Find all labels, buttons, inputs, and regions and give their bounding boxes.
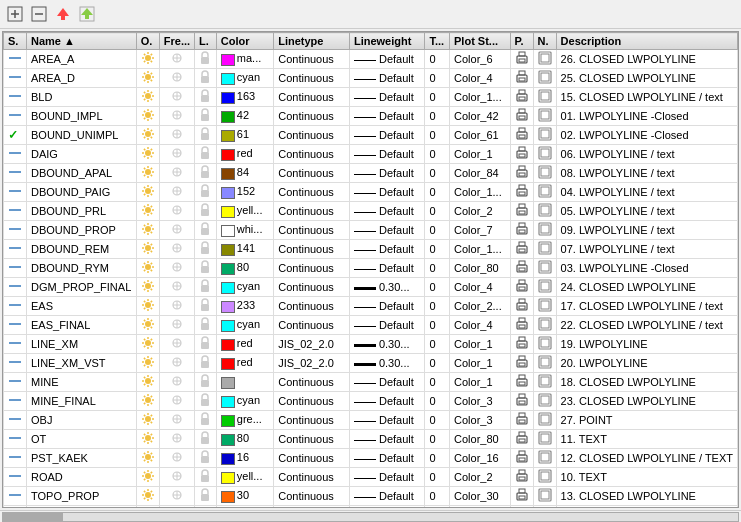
row-lineweight[interactable]: Default: [349, 107, 424, 126]
newvp-icon[interactable]: [538, 298, 552, 312]
hscroll-track[interactable]: [2, 512, 739, 522]
row-linetype[interactable]: Continuous: [274, 297, 350, 316]
row-plotstyle[interactable]: Color_1...: [450, 183, 511, 202]
row-freeze[interactable]: [159, 297, 194, 316]
table-row[interactable]: DAIG redContinuousDefault0Color_1 06. LW…: [4, 145, 738, 164]
lock-icon[interactable]: [199, 412, 211, 426]
row-on[interactable]: [136, 145, 159, 164]
plot-icon[interactable]: [515, 412, 529, 426]
row-lineweight[interactable]: Default: [349, 373, 424, 392]
row-linetype[interactable]: Continuous: [274, 221, 350, 240]
col-lineweight[interactable]: Lineweight: [349, 33, 424, 50]
plot-icon[interactable]: [515, 507, 529, 508]
row-freeze[interactable]: [159, 164, 194, 183]
on-off-icon[interactable]: [141, 469, 155, 483]
row-plot[interactable]: [510, 278, 533, 297]
table-row[interactable]: BLD 163ContinuousDefault0Color_1... 15. …: [4, 88, 738, 107]
freeze-icon[interactable]: [170, 222, 184, 236]
row-freeze[interactable]: [159, 183, 194, 202]
row-name[interactable]: BOUND_IMPL: [27, 107, 137, 126]
row-plotstyle[interactable]: Color_3: [450, 392, 511, 411]
col-plot[interactable]: P.: [510, 33, 533, 50]
row-newvp[interactable]: [533, 69, 556, 88]
on-off-icon[interactable]: [141, 431, 155, 445]
row-color[interactable]: red: [216, 354, 273, 373]
row-newvp[interactable]: [533, 411, 556, 430]
row-name[interactable]: DBOUND_APAL: [27, 164, 137, 183]
row-name[interactable]: PST_KAEK: [27, 449, 137, 468]
plot-icon[interactable]: [515, 450, 529, 464]
row-name[interactable]: TOPO_PROP: [27, 487, 137, 506]
row-name[interactable]: DBOUND_PAIG: [27, 183, 137, 202]
row-freeze[interactable]: [159, 373, 194, 392]
newvp-icon[interactable]: [538, 70, 552, 84]
col-on[interactable]: O.: [136, 33, 159, 50]
row-name[interactable]: TOPO_PROP_NEW: [27, 506, 137, 509]
row-lineweight[interactable]: Default: [349, 506, 424, 509]
row-lock[interactable]: [195, 411, 217, 430]
row-on[interactable]: [136, 107, 159, 126]
row-lock[interactable]: [195, 145, 217, 164]
table-row[interactable]: MINE_FINAL cyanContinuousDefault0Color_3…: [4, 392, 738, 411]
row-lock[interactable]: [195, 164, 217, 183]
col-plotstyle[interactable]: Plot St...: [450, 33, 511, 50]
row-newvp[interactable]: [533, 278, 556, 297]
row-plot[interactable]: [510, 392, 533, 411]
row-freeze[interactable]: [159, 430, 194, 449]
on-off-icon[interactable]: [141, 336, 155, 350]
row-linetype[interactable]: Continuous: [274, 259, 350, 278]
row-on[interactable]: [136, 221, 159, 240]
newvp-icon[interactable]: [538, 108, 552, 122]
freeze-icon[interactable]: [170, 507, 184, 508]
row-plot[interactable]: [510, 487, 533, 506]
lock-icon[interactable]: [199, 70, 211, 84]
row-on[interactable]: [136, 335, 159, 354]
row-newvp[interactable]: [533, 487, 556, 506]
row-name[interactable]: DBOUND_PROP: [27, 221, 137, 240]
row-freeze[interactable]: [159, 221, 194, 240]
row-newvp[interactable]: [533, 164, 556, 183]
on-off-icon[interactable]: [141, 70, 155, 84]
row-newvp[interactable]: [533, 126, 556, 145]
table-row[interactable]: MINE ContinuousDefault0Color_1 18. CLOSE…: [4, 373, 738, 392]
row-linetype[interactable]: Continuous: [274, 69, 350, 88]
row-lineweight[interactable]: Default: [349, 50, 424, 69]
row-newvp[interactable]: [533, 202, 556, 221]
row-on[interactable]: [136, 373, 159, 392]
row-name[interactable]: DBOUND_RYM: [27, 259, 137, 278]
freeze-icon[interactable]: [170, 89, 184, 103]
newvp-icon[interactable]: [538, 355, 552, 369]
row-color[interactable]: 80: [216, 259, 273, 278]
table-row[interactable]: DBOUND_REM 141ContinuousDefault0Color_1.…: [4, 240, 738, 259]
row-name[interactable]: DBOUND_REM: [27, 240, 137, 259]
row-newvp[interactable]: [533, 335, 556, 354]
row-name[interactable]: AREA_D: [27, 69, 137, 88]
row-lock[interactable]: [195, 487, 217, 506]
row-name[interactable]: DAIG: [27, 145, 137, 164]
row-plotstyle[interactable]: Color_1: [450, 373, 511, 392]
row-freeze[interactable]: [159, 69, 194, 88]
row-on[interactable]: [136, 487, 159, 506]
lock-icon[interactable]: [199, 279, 211, 293]
freeze-icon[interactable]: [170, 336, 184, 350]
lock-icon[interactable]: [199, 488, 211, 502]
table-row[interactable]: DBOUND_PAIG 152ContinuousDefault0Color_1…: [4, 183, 738, 202]
row-name[interactable]: BLD: [27, 88, 137, 107]
plot-icon[interactable]: [515, 165, 529, 179]
row-name[interactable]: LINE_XM_VST: [27, 354, 137, 373]
lock-icon[interactable]: [199, 108, 211, 122]
lock-icon[interactable]: [199, 203, 211, 217]
row-name[interactable]: DGM_PROP_FINAL: [27, 278, 137, 297]
row-lineweight[interactable]: Default: [349, 240, 424, 259]
on-off-icon[interactable]: [141, 241, 155, 255]
row-lock[interactable]: [195, 221, 217, 240]
newvp-icon[interactable]: [538, 165, 552, 179]
row-plotstyle[interactable]: Color_30: [450, 487, 511, 506]
row-on[interactable]: [136, 183, 159, 202]
on-off-icon[interactable]: [141, 89, 155, 103]
row-plotstyle[interactable]: Color_16: [450, 449, 511, 468]
row-freeze[interactable]: [159, 335, 194, 354]
row-name[interactable]: OBJ: [27, 411, 137, 430]
row-plot[interactable]: [510, 430, 533, 449]
row-linetype[interactable]: Continuous: [274, 240, 350, 259]
